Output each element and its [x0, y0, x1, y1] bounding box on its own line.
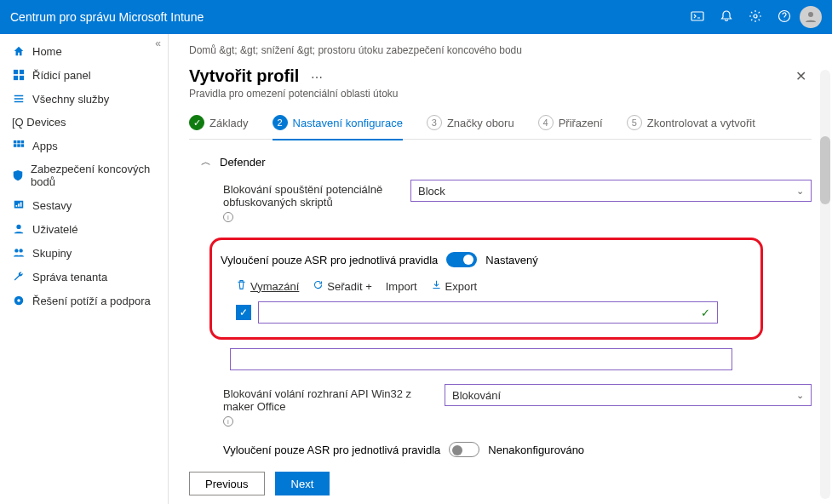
- chevron-down-icon: ⌄: [796, 390, 804, 401]
- avatar[interactable]: [800, 6, 822, 28]
- field-block-obfuscated: Blokování spouštění potenciálně obfuskov…: [223, 180, 812, 222]
- wizard-footer: Previous Next: [189, 472, 330, 495]
- svg-rect-13: [21, 144, 25, 147]
- svg-rect-12: [17, 144, 20, 147]
- scrollbar-track[interactable]: [820, 70, 830, 499]
- page-subtitle: Pravidla pro omezení potenciální oblasti…: [189, 88, 812, 100]
- check-icon: ✓: [701, 306, 710, 319]
- svg-rect-8: [14, 140, 17, 144]
- support-icon: [12, 294, 26, 307]
- sidebar-item-tenant-admin[interactable]: Správa tenanta: [0, 265, 168, 289]
- top-bar: Centrum pro správu Microsoft Intune: [0, 0, 832, 34]
- step-basics[interactable]: ✓Základy: [189, 115, 249, 130]
- svg-point-1: [754, 14, 757, 18]
- chevron-down-icon: ⌄: [796, 186, 804, 197]
- trash-icon: [236, 279, 247, 293]
- scrollbar-thumb[interactable]: [820, 136, 830, 204]
- step-review[interactable]: 5Zkontrolovat a vytvořit: [627, 115, 755, 130]
- sidebar: « Home Řídicí panel Všechny služby Devic…: [0, 34, 169, 504]
- step-assignments[interactable]: 4Přiřazení: [538, 115, 603, 130]
- download-icon: [431, 279, 442, 293]
- main-content: Domů &gt; &gt; snížení &gt; prostoru úto…: [169, 34, 832, 504]
- svg-rect-10: [21, 140, 25, 144]
- chevron-up-icon: ︿: [201, 155, 211, 169]
- export-button[interactable]: Export: [431, 279, 478, 293]
- settings-icon[interactable]: [749, 9, 762, 26]
- step-scope-tags[interactable]: 3Značky oboru: [427, 115, 514, 130]
- next-button[interactable]: Next: [275, 472, 330, 495]
- collapse-icon[interactable]: «: [155, 37, 161, 49]
- section-defender[interactable]: ︿ Defender: [201, 155, 812, 169]
- app-title: Centrum pro správu Microsoft Intune: [10, 10, 691, 24]
- svg-rect-5: [20, 70, 24, 74]
- add-row: [230, 348, 812, 370]
- svg-point-16: [14, 249, 18, 252]
- reports-icon: [12, 198, 26, 212]
- svg-point-3: [808, 12, 813, 17]
- wrench-icon: [12, 270, 26, 284]
- notifications-icon[interactable]: [720, 9, 733, 26]
- svg-rect-6: [14, 76, 18, 80]
- toggle-asr-exclusion-1: Vyloučení pouze ASR pro jednotlivá pravi…: [221, 252, 747, 267]
- svg-point-17: [19, 249, 22, 252]
- sidebar-item-users[interactable]: Uživatelé: [0, 217, 168, 241]
- step-configuration[interactable]: 2Nastavení konfigurace: [273, 115, 403, 140]
- apps-icon: [12, 139, 26, 152]
- page-title: Vytvořit profil: [189, 66, 299, 86]
- add-input[interactable]: [230, 348, 732, 370]
- sidebar-item-apps[interactable]: Apps: [0, 134, 168, 158]
- user-icon: [12, 222, 26, 236]
- select-block-win32[interactable]: Blokování ⌄: [445, 384, 812, 406]
- svg-rect-7: [20, 76, 24, 80]
- refresh-icon: [313, 279, 324, 293]
- sidebar-item-dashboard[interactable]: Řídicí panel: [0, 63, 168, 87]
- previous-button[interactable]: Previous: [189, 472, 265, 495]
- toggle-switch[interactable]: [446, 252, 477, 267]
- check-icon: ✓: [189, 115, 204, 130]
- sidebar-item-troubleshoot[interactable]: Řešení potíží a podpora: [0, 289, 168, 312]
- toggle-switch[interactable]: [449, 442, 479, 457]
- sort-button[interactable]: Seřadit +: [313, 279, 371, 293]
- exclusion-input[interactable]: ✓: [258, 301, 718, 324]
- home-icon: [12, 44, 26, 58]
- cloud-shell-icon[interactable]: [691, 9, 704, 26]
- svg-rect-9: [17, 140, 20, 144]
- sidebar-item-home[interactable]: Home: [0, 39, 168, 63]
- toggle-asr-exclusion-2: Vyloučení pouze ASR pro jednotlivá pravi…: [223, 442, 812, 457]
- sidebar-item-devices[interactable]: Devices: [0, 111, 168, 134]
- sidebar-item-all-services[interactable]: Všechny služby: [0, 87, 168, 111]
- more-icon[interactable]: ⋯: [311, 71, 323, 84]
- groups-icon: [12, 246, 26, 260]
- close-icon[interactable]: ✕: [795, 68, 806, 84]
- top-icons: [691, 9, 791, 26]
- info-icon[interactable]: i: [223, 416, 233, 427]
- list-icon: [12, 92, 26, 106]
- svg-rect-4: [14, 70, 18, 74]
- svg-rect-0: [691, 12, 703, 20]
- shield-icon: [12, 169, 24, 182]
- breadcrumb[interactable]: Domů &gt; &gt; snížení &gt; prostoru úto…: [189, 44, 812, 56]
- highlighted-region: Vyloučení pouze ASR pro jednotlivá pravi…: [209, 238, 763, 340]
- select-block-obfuscated[interactable]: Block ⌄: [410, 180, 812, 202]
- info-icon[interactable]: i: [223, 212, 233, 222]
- wizard-steps: ✓Základy 2Nastavení konfigurace 3Značky …: [189, 115, 812, 140]
- help-icon[interactable]: [777, 9, 791, 26]
- checkbox-checked[interactable]: ✓: [236, 305, 251, 320]
- sidebar-item-endpoint-security[interactable]: Zabezpečení koncových bodů: [0, 158, 168, 193]
- clear-button[interactable]: Vymazání: [236, 279, 299, 293]
- field-label: Blokování volání rozhraní API Win32 z ma…: [223, 384, 445, 427]
- exclusion-toolbar: Vymazání Seřadit + Import Export: [236, 279, 747, 293]
- svg-rect-11: [14, 144, 17, 147]
- import-button[interactable]: Import: [386, 280, 417, 293]
- field-block-win32: Blokování volání rozhraní API Win32 z ma…: [223, 384, 812, 427]
- sidebar-item-groups[interactable]: Skupiny: [0, 241, 168, 265]
- sidebar-item-reports[interactable]: Sestavy: [0, 193, 168, 217]
- svg-point-19: [17, 299, 20, 302]
- exclusion-entry-row: ✓ ✓: [236, 301, 747, 324]
- svg-point-15: [16, 225, 20, 229]
- dashboard-icon: [12, 68, 26, 82]
